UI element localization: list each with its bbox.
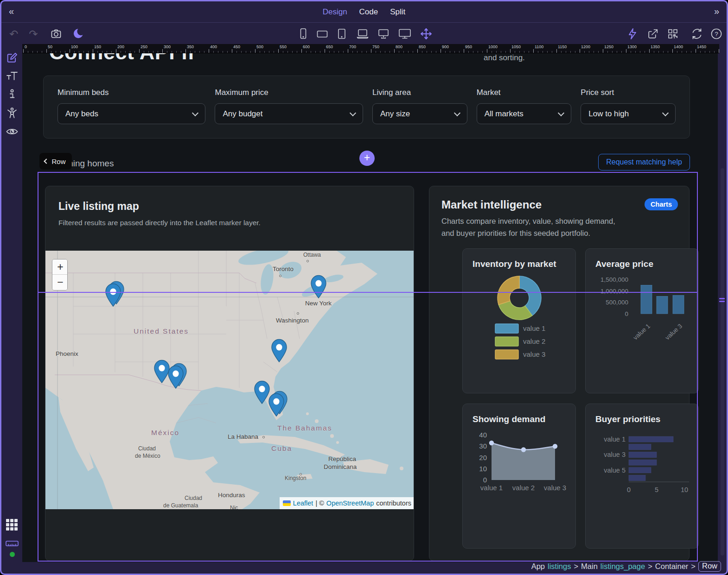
select-value: Low to high (588, 109, 629, 119)
request-matching-help-button[interactable]: Request matching help (598, 154, 690, 171)
market-intelligence-card[interactable]: Market intelligence Charts Charts compar… (429, 186, 690, 561)
living-area-select[interactable]: Any size (372, 103, 467, 124)
add-component-button[interactable]: + (359, 151, 375, 166)
listing-marker-pin[interactable] (310, 275, 327, 299)
typography-icon[interactable] (5, 69, 19, 83)
select-value: Any size (380, 109, 410, 119)
filter-market: Market All markets (477, 88, 572, 138)
qr-code-icon[interactable] (666, 27, 680, 41)
collapse-left-icon[interactable]: « (9, 6, 14, 17)
zoom-in-button[interactable]: + (52, 259, 68, 275)
vertical-scrollbar[interactable] (721, 168, 724, 556)
svg-text:0: 0 (625, 310, 628, 317)
lightning-run-icon[interactable] (626, 27, 639, 41)
move-tool-icon[interactable] (419, 27, 433, 41)
svg-text:40: 40 (479, 431, 487, 439)
device-large-monitor-icon[interactable] (398, 27, 412, 41)
device-tablet-landscape-icon[interactable] (315, 27, 329, 41)
showing-demand-chart-card[interactable]: Showing demand 403020100value 1value 2va… (462, 404, 576, 549)
average-price-chart-card[interactable]: Average price 0500,0001,000,0001,500,000… (585, 248, 699, 393)
listing-marker-pin[interactable] (105, 283, 121, 307)
svg-text:value 1: value 1 (523, 324, 545, 332)
svg-text:value 2: value 2 (512, 484, 535, 492)
preview-eye-icon[interactable] (5, 124, 19, 139)
chart-title: Average price (595, 259, 653, 269)
market-select[interactable]: All markets (477, 103, 572, 124)
svg-text:0: 0 (627, 486, 631, 493)
filter-living-area: Living area Any size (372, 88, 467, 138)
map-label: Washington (276, 317, 309, 324)
filter-label: Price sort (581, 88, 676, 97)
map-label: Ottawa (303, 252, 321, 258)
breadcrumb: App listings > Main listings_page > Cont… (1, 559, 727, 574)
accessibility-person-icon[interactable] (5, 106, 19, 120)
edit-components-icon[interactable] (5, 50, 19, 64)
map-attribution: Leaflet | © OpenStreetMap contributors (280, 497, 414, 509)
app-window: « Design Code Split » ↶ ↷ (0, 0, 728, 575)
svg-text:500,000: 500,000 (606, 299, 628, 306)
buyer-priorities-chart-card[interactable]: Buyer priorities value 1value 3value 505… (585, 404, 699, 549)
tab-split[interactable]: Split (390, 7, 405, 17)
openstreetmap-link[interactable]: OpenStreetMap (326, 499, 374, 507)
collapse-right-icon[interactable]: » (714, 6, 719, 17)
device-monitor-icon[interactable] (377, 27, 390, 41)
filter-label: Maximum price (215, 88, 363, 97)
map-label: Nic (230, 505, 238, 509)
chevron-down-icon (350, 109, 356, 116)
map-city-dot (297, 312, 299, 315)
listing-marker-pin[interactable] (271, 339, 287, 363)
right-gutter (718, 44, 727, 562)
chart-title: Showing demand (473, 414, 545, 424)
svg-text:?: ? (715, 31, 718, 38)
charts-badge: Charts (645, 198, 678, 210)
dark-mode-moon-icon[interactable] (72, 27, 86, 41)
titlebar: « Design Code Split » (1, 1, 727, 23)
live-listing-map-card[interactable]: Live listing map Filtered results are pa… (45, 186, 414, 561)
map-city-dot (300, 473, 302, 475)
price-sort-select[interactable]: Low to high (581, 103, 676, 124)
status-green-dot (10, 552, 15, 557)
device-tablet-portrait-icon[interactable] (335, 27, 349, 41)
info-icon[interactable] (5, 87, 19, 101)
help-icon[interactable]: ? (709, 27, 723, 41)
map-label: Cuba (271, 444, 292, 453)
leaflet-link[interactable]: Leaflet (293, 499, 313, 507)
map-zoom-control: + − (52, 259, 68, 291)
breadcrumb-container-word[interactable]: Container (655, 562, 689, 571)
select-value: All markets (485, 109, 524, 119)
share-icon[interactable] (646, 27, 660, 41)
breadcrumb-app-link[interactable]: listings (548, 562, 571, 571)
breadcrumb-row-tag[interactable]: Row (698, 561, 721, 572)
redo-icon[interactable]: ↷ (26, 27, 40, 41)
listing-marker-pin[interactable] (268, 393, 285, 417)
map-label: Phoenix (56, 350, 78, 357)
selection-resize-handle[interactable] (719, 297, 726, 304)
ruler-toggle-icon[interactable] (5, 536, 19, 550)
row-selection-tag[interactable]: Row (39, 153, 72, 170)
sync-refresh-icon[interactable] (690, 27, 704, 41)
chart-title: Inventory by market (473, 259, 556, 269)
zoom-out-button[interactable]: − (52, 275, 68, 290)
map-card-subtitle: Filtered results are passed directly int… (58, 219, 261, 227)
map-city-dot (279, 275, 281, 277)
map-label: de Guatemala (163, 502, 198, 509)
maximum-price-select[interactable]: Any budget (215, 103, 363, 124)
map-label: Honduras (218, 492, 245, 499)
camera-icon[interactable] (49, 27, 63, 41)
minimum-beds-select[interactable]: Any beds (57, 103, 205, 124)
leaflet-map[interactable]: OttawaTorontoNew YorkWashingtonUnited St… (45, 251, 414, 509)
tab-code[interactable]: Code (359, 7, 378, 17)
chevron-left-icon (44, 158, 49, 164)
device-phone-portrait-icon[interactable] (296, 27, 310, 41)
breadcrumb-separator: > (648, 562, 652, 571)
svg-text:value 3: value 3 (544, 484, 566, 492)
listing-marker-pin[interactable] (167, 365, 184, 389)
components-grid-icon[interactable] (5, 518, 19, 532)
svg-text:10: 10 (479, 465, 487, 473)
inventory-by-market-chart-card[interactable]: Inventory by market value 1value 2value … (462, 248, 576, 393)
breadcrumb-page-link[interactable]: listings_page (600, 562, 645, 571)
tab-design[interactable]: Design (323, 7, 347, 17)
undo-icon[interactable]: ↶ (7, 27, 21, 41)
clipped-page-heading: Connect API fi (49, 53, 194, 64)
device-laptop-icon[interactable] (356, 27, 370, 41)
